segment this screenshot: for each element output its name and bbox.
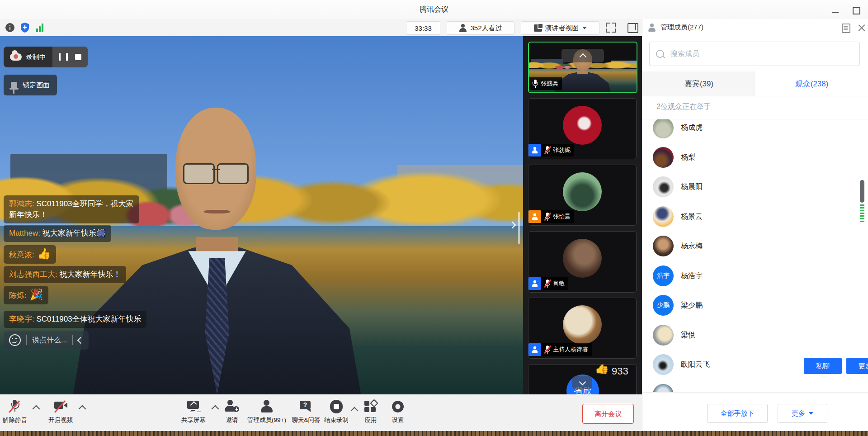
- side-panel-toggle-icon[interactable]: [627, 23, 638, 33]
- collapse-chat-icon[interactable]: [77, 336, 85, 344]
- members-panel-title: 管理成员(277): [660, 23, 703, 32]
- chat-message: Matthew: 祝大家新年快乐🎆: [4, 225, 111, 242]
- info-icon[interactable]: [5, 23, 14, 32]
- avatar: [563, 239, 602, 278]
- avatar: [563, 172, 602, 211]
- role-badge-blue: [528, 343, 541, 356]
- video-thumbnail-active[interactable]: 张盛兵: [528, 42, 637, 93]
- tab-audience[interactable]: 观众(238): [755, 71, 868, 96]
- panel-scrollbar-thumb[interactable]: [860, 180, 864, 203]
- lower-all-hands-button[interactable]: 全部手放下: [707, 404, 768, 423]
- start-video-button[interactable]: 开启视频: [45, 400, 76, 424]
- mic-muted-icon: [545, 146, 550, 154]
- chat-text: 👍: [37, 247, 51, 260]
- emoji-icon[interactable]: [9, 334, 21, 346]
- chat-sender: 秋意浓:: [9, 251, 34, 259]
- participant-name: 肖敏: [553, 280, 565, 288]
- share-screen-icon: [186, 400, 201, 413]
- apps-button[interactable]: 应用: [361, 400, 381, 424]
- chat-sender: 刘志强西工大:: [9, 270, 57, 279]
- settings-button[interactable]: 设置: [388, 400, 408, 424]
- tencent-meeting-window: 腾讯会议 33:33 352人看过 演讲者视图 管理成员(277): [0, 0, 868, 436]
- minimize-icon[interactable]: [832, 12, 839, 13]
- camera-off-icon: [53, 400, 68, 413]
- chat-message: 秋意浓: 👍: [4, 245, 56, 264]
- leave-meeting-button[interactable]: 离开会议: [582, 404, 634, 424]
- invite-button[interactable]: 邀请: [220, 400, 244, 424]
- participant-name: 张怡晨: [553, 213, 571, 221]
- video-thumbnail[interactable]: 张怡晨: [528, 165, 637, 226]
- pause-recording-icon[interactable]: [59, 53, 68, 61]
- member-list: 杨成虎 杨梨 杨晨阳 杨景云 杨永梅 浩宇 杨浩宇 少鹏 梁少鹏 梁悦 欧阳云飞: [642, 119, 859, 392]
- divider: [26, 335, 27, 345]
- title-bar: 腾讯会议: [0, 0, 868, 19]
- avatar: [653, 176, 674, 197]
- recording-bar: 录制中: [4, 47, 88, 67]
- chat-text: SC011903全体祝大家新年快乐: [36, 315, 141, 323]
- lock-view-button[interactable]: 锁定画面: [4, 75, 57, 95]
- member-name: 梁少鹏: [681, 301, 703, 310]
- popout-panel-icon[interactable]: [842, 24, 850, 33]
- video-thumbnail[interactable]: 肖敏: [528, 231, 637, 293]
- unmute-button[interactable]: 解除静音: [0, 400, 30, 424]
- collapse-strip-button[interactable]: [561, 49, 604, 62]
- chevron-down-icon: [809, 412, 813, 415]
- avatar: [653, 354, 674, 375]
- raising-hands-hint: 2位观众正在举手: [656, 102, 711, 112]
- fullscreen-icon[interactable]: [606, 23, 616, 33]
- chevron-down-icon: [579, 378, 586, 385]
- avatar-initials: 少鹏: [653, 295, 674, 316]
- share-screen-button[interactable]: 共享屏幕: [177, 400, 210, 424]
- search-icon: [656, 50, 664, 58]
- viewers-icon: [459, 24, 467, 32]
- chat-text: 祝大家新年快乐！: [59, 270, 121, 279]
- avatar: [563, 305, 602, 344]
- chat-text: 祝大家新年快乐🎆: [42, 229, 106, 237]
- reaction-count: 933: [612, 365, 628, 377]
- chat-sender: 陈烁:: [9, 291, 27, 300]
- chat-sender: 李晓宇:: [9, 315, 34, 323]
- maximize-icon[interactable]: [853, 7, 860, 14]
- member-name: 杨晨阳: [681, 182, 703, 192]
- member-name: 欧阳云飞: [681, 360, 710, 370]
- member-name: 杨浩宇: [681, 271, 703, 281]
- mic-muted-icon: [8, 400, 22, 413]
- private-chat-button[interactable]: 私聊: [804, 358, 842, 374]
- chat-sender: Matthew:: [9, 229, 40, 237]
- shield-security-icon[interactable]: [20, 22, 30, 33]
- members-panel-header: 管理成员(277): [642, 19, 868, 36]
- pin-icon: [11, 82, 17, 88]
- close-panel-icon[interactable]: [858, 24, 865, 31]
- stop-recording-button[interactable]: 结束录制: [320, 400, 353, 424]
- member-more-button[interactable]: 更多: [846, 358, 868, 374]
- network-signal-icon[interactable]: [36, 23, 44, 32]
- apps-icon: [363, 400, 378, 413]
- participant-name: 张盛兵: [541, 80, 558, 88]
- chat-input-placeholder: 说点什么...: [32, 336, 67, 345]
- video-scrollbar[interactable]: [518, 212, 520, 244]
- speaker-glasses: [183, 163, 249, 181]
- video-thumbnail[interactable]: 主持人杨诗睿: [528, 298, 637, 359]
- video-thumbnail[interactable]: 张勃妮: [528, 98, 637, 159]
- video-thumbnail-partial[interactable]: 省欣 👍 933: [528, 364, 637, 394]
- avatar: [653, 206, 674, 227]
- member-search-box[interactable]: [649, 42, 860, 66]
- role-badge-orange: [528, 210, 541, 223]
- member-name: 杨梨: [681, 153, 695, 162]
- viewer-count[interactable]: 352人看过: [447, 21, 514, 35]
- chat-input[interactable]: 说点什么...: [4, 331, 89, 350]
- view-mode-selector[interactable]: 演讲者视图: [521, 21, 599, 35]
- chevron-down-icon: [582, 27, 587, 29]
- participant-name: 张勃妮: [553, 146, 571, 154]
- chat-question-icon: ?: [299, 400, 313, 413]
- desktop-edge-strip: [0, 431, 868, 436]
- scroll-down-button[interactable]: [572, 376, 592, 389]
- chat-message: 郭鸿志: SC011903全班同学，祝大家新年快乐！: [4, 195, 139, 223]
- window-title: 腾讯会议: [0, 5, 868, 14]
- stop-recording-icon[interactable]: [75, 54, 81, 60]
- search-input[interactable]: [670, 49, 853, 58]
- chat-sender: 郭鸿志:: [9, 199, 34, 208]
- avatar: [563, 106, 602, 145]
- tab-guests[interactable]: 嘉宾(39): [642, 71, 755, 96]
- panel-more-button[interactable]: 更多: [778, 404, 827, 423]
